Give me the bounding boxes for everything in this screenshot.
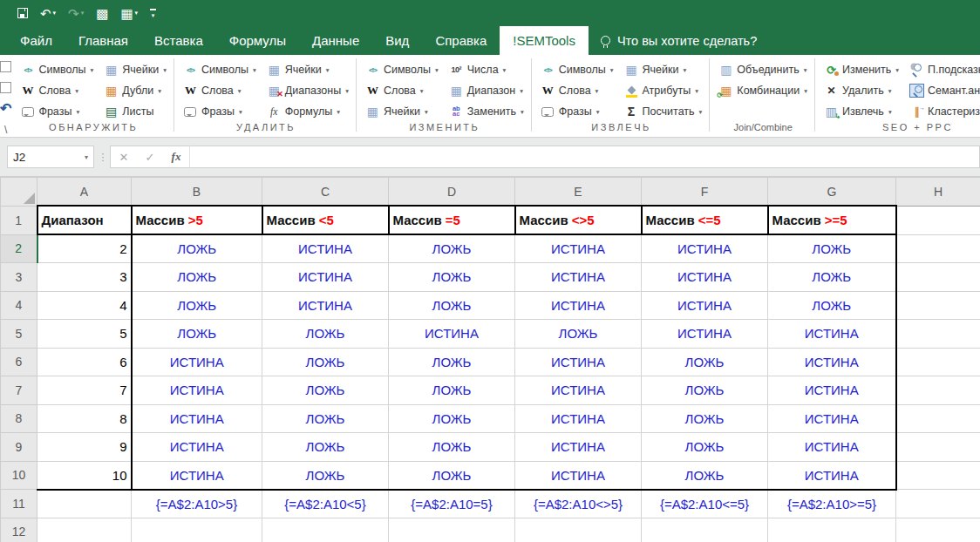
cell-B9[interactable]: ИСТИНА	[132, 433, 262, 462]
delete-formulas-button[interactable]: Формулы▾	[263, 101, 352, 122]
cell-G9[interactable]: ИСТИНА	[768, 433, 896, 462]
detect-duplicates-button[interactable]: Дубли▾	[100, 80, 170, 101]
cell-H12[interactable]	[896, 518, 980, 542]
cell-F2[interactable]: ИСТИНА	[642, 234, 768, 263]
cell-E3[interactable]: ИСТИНА	[515, 263, 642, 292]
cell-G10[interactable]: ИСТИНА	[768, 461, 896, 490]
extract-symbols-button[interactable]: Символы▾	[537, 59, 617, 80]
seo-ppc-semantic-analysis-button[interactable]: Семант.анализ▾	[906, 80, 980, 101]
cell-G2[interactable]: ЛОЖЬ	[768, 234, 896, 263]
row-header-7[interactable]: 7	[1, 376, 37, 405]
col-header-F[interactable]: F	[642, 178, 768, 207]
seo-ppc-search-hints-button[interactable]: П.подсказки▾	[906, 59, 980, 80]
row-header-9[interactable]: 9	[1, 433, 37, 462]
cell-B4[interactable]: ЛОЖЬ	[132, 291, 262, 320]
cell-A1[interactable]: Диапазон	[37, 206, 132, 234]
detect-phrases-button[interactable]: Фразы▾	[17, 101, 97, 122]
cell-G6[interactable]: ИСТИНА	[768, 348, 896, 376]
tab-insert[interactable]: Вставка	[141, 26, 216, 55]
cell-A10[interactable]: 10	[37, 461, 132, 490]
cell-A7[interactable]: 7	[37, 376, 132, 405]
row-header-11[interactable]: 11	[1, 490, 37, 518]
cell-B7[interactable]: ИСТИНА	[132, 376, 262, 405]
cell-E7[interactable]: ИСТИНА	[515, 376, 642, 405]
cell-D1[interactable]: Массив =5	[389, 206, 515, 234]
delete-words-button[interactable]: Слова▾	[180, 80, 260, 101]
cell-D4[interactable]: ЛОЖЬ	[389, 291, 515, 320]
cell-G3[interactable]: ЛОЖЬ	[768, 263, 896, 292]
extract-attributes-button[interactable]: Атрибуты▾	[621, 80, 706, 101]
detect-cells-button[interactable]: Ячейки▾	[100, 59, 170, 80]
cell-A2[interactable]: 2	[37, 234, 132, 263]
cell-F9[interactable]: ЛОЖЬ	[642, 433, 768, 462]
name-box[interactable]: J2 ▾	[7, 146, 94, 168]
detect-words-button[interactable]: Слова▾	[17, 80, 97, 101]
cell-E11[interactable]: {=A$2:A10<>5}	[515, 490, 642, 518]
cell-F8[interactable]: ЛОЖЬ	[642, 404, 768, 433]
row-header-2[interactable]: 2	[1, 234, 37, 263]
cell-H7[interactable]	[896, 376, 980, 405]
select-all-corner[interactable]	[1, 178, 37, 207]
row-header-5[interactable]: 5	[1, 320, 37, 349]
cell-G1[interactable]: Массив >=5	[768, 206, 896, 234]
seo-ppc-extract-button[interactable]: Извлечь▾	[820, 101, 902, 122]
modify-numbers-button[interactable]: Числа▾	[446, 59, 527, 80]
cell-F4[interactable]: ИСТИНА	[642, 291, 768, 320]
rail-checkbox-2[interactable]	[0, 82, 11, 93]
extract-cells-button[interactable]: Ячейки▾	[621, 59, 706, 80]
modify-cells-button[interactable]: Ячейки▾	[362, 101, 442, 122]
col-header-C[interactable]: C	[262, 178, 389, 207]
cell-H1[interactable]	[896, 206, 980, 234]
row-header-3[interactable]: 3	[1, 263, 37, 292]
cell-H10[interactable]	[896, 461, 980, 490]
cell-F6[interactable]: ЛОЖЬ	[642, 348, 768, 376]
cell-C5[interactable]: ЛОЖЬ	[262, 320, 389, 349]
cell-B3[interactable]: ЛОЖЬ	[132, 263, 262, 292]
col-header-A[interactable]: A	[37, 178, 132, 207]
cell-A9[interactable]: 9	[37, 433, 132, 462]
cell-E6[interactable]: ИСТИНА	[515, 348, 642, 376]
extract-phrases-button[interactable]: Фразы▾	[537, 101, 617, 122]
cell-C9[interactable]: ЛОЖЬ	[262, 433, 389, 462]
tab-view[interactable]: Вид	[372, 26, 422, 55]
tab-semtools[interactable]: !SEMTools	[500, 26, 589, 55]
cell-E2[interactable]: ИСТИНА	[515, 234, 642, 263]
tab-data[interactable]: Данные	[299, 26, 372, 55]
modify-range-button[interactable]: Диапазон▾	[446, 80, 527, 101]
cell-E8[interactable]: ИСТИНА	[515, 404, 642, 433]
cell-G8[interactable]: ИСТИНА	[768, 404, 896, 433]
cell-F10[interactable]: ЛОЖЬ	[642, 461, 768, 490]
cell-C11[interactable]: {=A$2:A10<5}	[262, 490, 389, 518]
col-header-G[interactable]: G	[768, 178, 896, 207]
cell-G7[interactable]: ИСТИНА	[768, 376, 896, 405]
cell-E9[interactable]: ИСТИНА	[515, 433, 642, 462]
cell-A4[interactable]: 4	[37, 291, 132, 320]
row-header-6[interactable]: 6	[1, 348, 37, 376]
tab-help[interactable]: Справка	[422, 26, 500, 55]
cell-B11[interactable]: {=A$2:A10>5}	[132, 490, 262, 518]
col-header-E[interactable]: E	[515, 178, 642, 207]
cell-D11[interactable]: {=A$2:A10=5}	[389, 490, 515, 518]
cell-G12[interactable]	[768, 518, 896, 542]
cell-H2[interactable]	[896, 234, 980, 263]
cell-A12[interactable]	[37, 518, 132, 542]
cell-F7[interactable]: ЛОЖЬ	[642, 376, 768, 405]
cell-E1[interactable]: Массив <>5	[515, 206, 642, 234]
detect-sheets-button[interactable]: Листы	[100, 101, 170, 122]
join-combine-combinations-button[interactable]: Комбинации▾	[715, 80, 811, 101]
cell-E5[interactable]: ЛОЖЬ	[515, 320, 642, 349]
modify-symbols-button[interactable]: Символы▾	[362, 59, 442, 80]
cell-B2[interactable]: ЛОЖЬ	[132, 234, 262, 263]
cell-C12[interactable]	[262, 518, 389, 542]
macro-table-button[interactable]: ▦▾	[120, 7, 138, 20]
cell-A6[interactable]: 6	[37, 348, 132, 376]
cell-C4[interactable]: ИСТИНА	[262, 291, 389, 320]
tell-me-search[interactable]: Что вы хотите сделать?	[601, 26, 757, 55]
cancel-entry-button[interactable]: ✕	[111, 151, 137, 164]
modify-words-button[interactable]: Слова▾	[362, 80, 442, 101]
tab-file[interactable]: Файл	[7, 26, 65, 55]
cell-H3[interactable]	[896, 263, 980, 292]
cell-H5[interactable]	[896, 320, 980, 349]
cell-C1[interactable]: Массив <5	[262, 206, 389, 234]
cell-D3[interactable]: ЛОЖЬ	[389, 263, 515, 292]
